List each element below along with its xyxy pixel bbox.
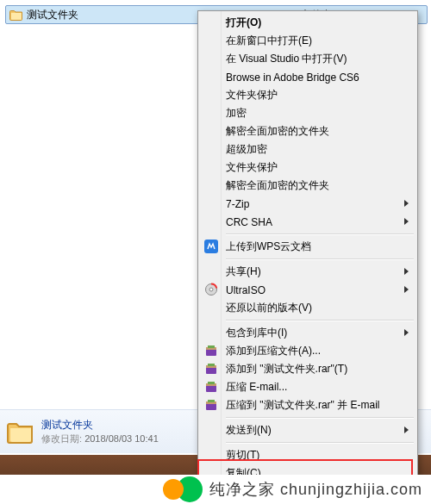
winrar-icon xyxy=(204,344,218,358)
svg-rect-8 xyxy=(208,364,215,366)
details-name: 测试文件夹 xyxy=(41,418,159,432)
menu-crc-sha[interactable]: CRC SHA xyxy=(200,213,415,231)
menu-decrypt-all-2[interactable]: 解密全面加密的文件夹 xyxy=(200,177,415,195)
menu-share[interactable]: 共享(H) xyxy=(200,263,415,281)
submenu-arrow-icon xyxy=(404,218,409,225)
ultraiso-icon xyxy=(204,283,218,296)
menu-folder-protect[interactable]: 文件夹保护 xyxy=(200,86,415,104)
menu-browse-adobe-bridge[interactable]: Browse in Adobe Bridge CS6 xyxy=(200,68,415,86)
winrar-icon xyxy=(204,380,218,394)
submenu-arrow-icon xyxy=(404,426,409,433)
menu-restore-previous[interactable]: 还原以前的版本(V) xyxy=(200,299,415,317)
menu-cut[interactable]: 剪切(T) xyxy=(200,446,415,464)
svg-rect-11 xyxy=(208,382,215,384)
menu-send-to[interactable]: 发送到(N) xyxy=(200,421,415,439)
svg-point-2 xyxy=(209,288,213,291)
submenu-arrow-icon xyxy=(404,286,409,293)
winrar-icon xyxy=(204,398,218,412)
menu-separator xyxy=(226,320,414,321)
file-name: 测试文件夹 xyxy=(27,8,203,22)
menu-open-visual-studio[interactable]: 在 Visual Studio 中打开(V) xyxy=(200,50,415,68)
menu-include-library[interactable]: 包含到库中(I) xyxy=(200,324,415,342)
menu-add-archive[interactable]: 添加到压缩文件(A)... xyxy=(200,342,415,360)
watermark-text: 纯净之家 chunjingzhijia.com xyxy=(209,479,422,500)
details-date: 2018/08/03 10:41 xyxy=(84,433,159,444)
submenu-arrow-icon xyxy=(404,268,409,275)
menu-separator xyxy=(226,233,414,235)
details-date-label: 修改日期: xyxy=(41,433,82,444)
submenu-arrow-icon xyxy=(404,200,409,207)
menu-ultraiso[interactable]: UltraISO xyxy=(200,281,415,299)
menu-compress-email[interactable]: 压缩 E-mail... xyxy=(200,378,415,396)
menu-compress-rar-email[interactable]: 压缩到 "测试文件夹.rar" 并 E-mail xyxy=(200,396,415,414)
context-menu: 打开(O) 在新窗口中打开(E) 在 Visual Studio 中打开(V) … xyxy=(197,10,418,504)
menu-separator xyxy=(226,258,414,260)
menu-open-new-window[interactable]: 在新窗口中打开(E) xyxy=(200,32,415,50)
menu-open[interactable]: 打开(O) xyxy=(200,14,415,32)
menu-folder-protect-2[interactable]: 文件夹保护 xyxy=(200,159,415,177)
svg-rect-14 xyxy=(208,400,215,402)
logo-dot-icon xyxy=(163,479,184,500)
folder-icon xyxy=(7,418,34,445)
folder-icon xyxy=(9,8,23,22)
menu-7zip[interactable]: 7-Zip xyxy=(200,195,415,213)
menu-add-rar[interactable]: 添加到 "测试文件夹.rar"(T) xyxy=(200,360,415,378)
menu-separator xyxy=(226,442,414,444)
submenu-arrow-icon xyxy=(404,329,409,336)
menu-decrypt-all[interactable]: 解密全面加密的文件夹 xyxy=(200,122,415,140)
menu-separator xyxy=(226,417,414,419)
watermark: 纯净之家 chunjingzhijia.com xyxy=(0,475,431,504)
menu-encrypt[interactable]: 加密 xyxy=(200,104,415,122)
menu-super-encrypt[interactable]: 超级加密 xyxy=(200,140,415,159)
menu-upload-wps[interactable]: 上传到WPS云文档 xyxy=(200,238,415,256)
winrar-icon xyxy=(204,362,218,376)
wps-icon xyxy=(204,240,218,253)
svg-rect-5 xyxy=(208,345,215,348)
